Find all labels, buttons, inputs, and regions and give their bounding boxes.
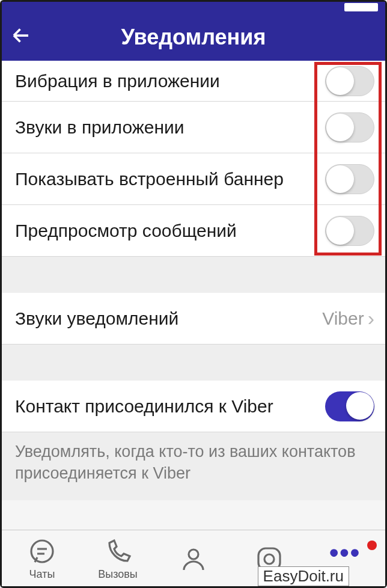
toggle-preview[interactable] — [325, 216, 374, 246]
setting-banner[interactable]: Показывать встроенный баннер — [2, 153, 385, 205]
toggle-sounds[interactable] — [325, 112, 374, 142]
notification-badge — [367, 541, 377, 550]
setting-label: Предпросмотр сообщений — [15, 221, 325, 241]
toggle-vibration[interactable] — [325, 66, 374, 96]
phone-icon — [103, 538, 132, 567]
chat-icon — [28, 538, 56, 567]
nav-chats[interactable]: Чаты — [4, 538, 80, 581]
setting-vibration[interactable]: Вибрация в приложении — [2, 61, 385, 102]
setting-label: Контакт присоединился к Viber — [15, 396, 325, 417]
contact-icon — [179, 545, 208, 574]
setting-label: Звуки в приложении — [15, 117, 325, 138]
setting-label: Вибрация в приложении — [15, 71, 325, 91]
svg-point-5 — [264, 554, 274, 564]
status-bar — [2, 2, 385, 14]
sound-value-text: Viber — [322, 308, 364, 329]
toggle-contact-joined[interactable] — [325, 391, 374, 421]
setting-label: Показывать встроенный баннер — [15, 169, 325, 189]
setting-contact-joined[interactable]: Контакт присоединился к Viber — [2, 381, 385, 432]
svg-point-0 — [31, 541, 53, 562]
battery-icon — [344, 3, 378, 11]
setting-sounds[interactable]: Звуки в приложении — [2, 102, 385, 153]
settings-content: Вибрация в приложении Звуки в приложении… — [2, 61, 385, 530]
section-gap — [2, 257, 385, 293]
header: Уведомления — [2, 14, 385, 61]
page-title: Уведомления — [2, 25, 385, 50]
section-gap — [2, 345, 385, 381]
nav-label: Чаты — [29, 568, 55, 581]
more-icon: ••• — [329, 538, 361, 567]
setting-preview[interactable]: Предпросмотр сообщений — [2, 205, 385, 257]
back-button[interactable] — [10, 25, 34, 50]
setting-description: Уведомлять, когда кто-то из ваших контак… — [2, 432, 385, 500]
nav-contacts[interactable] — [156, 545, 231, 575]
nav-label: Вызовы — [98, 568, 138, 581]
toggle-banner[interactable] — [325, 164, 374, 194]
setting-value: Viber › — [322, 307, 374, 330]
setting-notification-sound[interactable]: Звуки уведомлений Viber › — [2, 293, 385, 345]
chevron-right-icon: › — [368, 307, 374, 330]
svg-point-3 — [189, 550, 198, 559]
watermark: EasyDoit.ru — [258, 566, 349, 586]
nav-calls[interactable]: Вызовы — [80, 538, 156, 581]
setting-label: Звуки уведомлений — [15, 308, 322, 329]
